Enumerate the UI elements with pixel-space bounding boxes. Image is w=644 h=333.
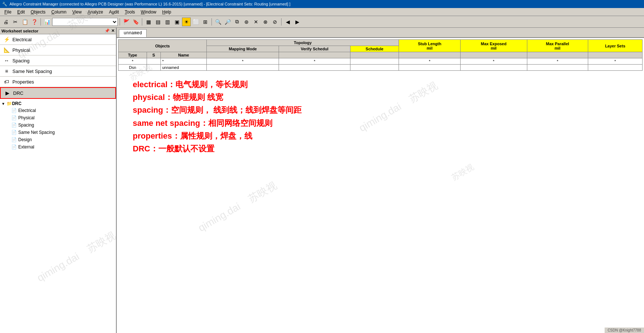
toolbar-grid1[interactable]: ▦ [144,18,153,26]
tree-child-physical[interactable]: 📄 Physical [0,114,116,121]
row-dsn-mm4 [399,65,461,71]
menu-help[interactable]: Help [159,9,174,15]
annotation: electrical：电气规则，等长规则 physical：物理规则 线宽 sp… [118,71,643,162]
footer-text: CSDN @Knight7788 [608,328,641,332]
title-icon: 🔧 [2,2,7,7]
col-mm7 [588,52,642,58]
menu-objects[interactable]: Objects [28,9,49,15]
tab-bar: unnamed [117,28,644,38]
right-panel: unnamed Objects Topology Stub Lengthmil … [117,28,644,333]
toolbar-square1[interactable]: ⬜ [191,18,200,26]
menu-column[interactable]: Column [49,9,69,15]
col-stub-length: Stub Lengthmil [399,40,461,52]
ws-label-properties: Properties [12,79,34,85]
toolbar-flag2[interactable]: 🔖 [131,18,140,26]
electrical-icon: ⚡ [3,36,10,43]
tree-child-electrical[interactable]: 📄 Electrical [0,107,116,114]
menu-edit[interactable]: Edit [14,9,28,15]
col-mm2 [279,52,350,58]
tree-folder-icon: 📁 [7,101,12,106]
toolbar-flag1[interactable]: 🚩 [122,18,131,26]
same-net-icon: ≡ [3,67,10,75]
toolbar-square2[interactable]: ⊞ [201,18,210,26]
ws-label-same-net-spacing: Same Net Spacing [12,69,52,74]
tree-child-physical-icon: 📄 [11,115,17,121]
tree-child-external-icon: 📄 [11,144,17,150]
col-mm1 [207,52,279,58]
row-dsn-type: Dsn [119,65,147,71]
tab-label: unnamed [124,31,142,36]
toolbar-sun[interactable]: ☀ [182,18,191,26]
menu-view[interactable]: View [69,9,85,15]
row-star-mm4: * [399,58,461,65]
menu-file[interactable]: File [1,9,14,15]
toolbar-filter3[interactable]: ⧉ [233,18,241,26]
anno-line-4: properties：属性规则，焊盘，线 [133,129,628,142]
ws-pin-icon[interactable]: 📌 [105,28,110,33]
col-mm5 [460,52,527,58]
ws-item-physical[interactable]: 📐 Physical [0,45,116,55]
toolbar-filter4[interactable]: ⊛ [242,18,251,26]
ws-close-icon[interactable]: ✕ [111,28,115,33]
ws-item-same-net-spacing[interactable]: ≡ Same Net Spacing [0,66,116,77]
tree-child-design-label: Design [18,137,32,142]
toolbar-back[interactable]: ◀ [283,18,292,26]
toolbar-combo[interactable] [52,18,118,26]
col-type-header: Type [119,52,147,58]
toolbar-filter2[interactable]: 🔎 [223,18,232,26]
toolbar: 🖨 ✂ 📋 ❓ 📊 🚩 🔖 ▦ ▤ ▥ ▣ ☀ ⬜ ⊞ 🔍 🔎 ⧉ ⊛ ✕ ⊗ … [0,16,644,28]
col-mm3 [350,52,399,58]
toolbar-grid2[interactable]: ▤ [154,18,162,26]
ws-item-properties[interactable]: 🏷 Properties [0,77,116,87]
toolbar-nav[interactable]: 📊 [43,18,51,26]
row-star-type: * [119,58,147,65]
toolbar-grid4[interactable]: ▣ [172,18,181,26]
toolbar-forward[interactable]: ▶ [293,18,302,26]
tree-child-same-net-icon: 📄 [11,129,17,135]
toolbar-filter6[interactable]: ⊗ [261,18,270,26]
toolbar-cut[interactable]: ✂ [11,18,20,26]
ws-item-spacing[interactable]: ↔ Spacing [0,55,116,66]
row-star-mm1: * [207,58,279,65]
row-star-mm3 [350,58,399,65]
expand-icon: ▼ [1,102,5,106]
row-dsn-mm3 [350,65,399,71]
ws-label-drc: DRC [13,90,23,96]
toolbar-filter7[interactable]: ⊘ [271,18,279,26]
tab-unnamed[interactable]: unnamed [119,29,147,37]
row-dsn-mm2 [279,65,350,71]
table-area[interactable]: Objects Topology Stub Lengthmil Max Expo… [117,38,644,333]
menu-audit[interactable]: Audit [106,9,122,15]
tree-child-physical-label: Physical [18,115,35,120]
menu-window[interactable]: Window [138,9,159,15]
menu-tools[interactable]: Tools [122,9,138,15]
row-star-mm6: * [527,58,588,65]
col-max-exposed: Max Exposedmil [460,40,527,52]
col-mm4 [399,52,461,58]
toolbar-grid3[interactable]: ▥ [163,18,172,26]
tree-section: ▼ 📁 DRC 📄 Electrical 📄 Physical 📄 Spacin… [0,99,116,333]
row-dsn-mm5 [460,65,527,71]
tree-child-external[interactable]: 📄 External [0,143,116,151]
separator-3 [142,18,142,26]
tree-child-same-net-spacing[interactable]: 📄 Same Net Spacing [0,129,116,136]
col-verify-schedul: Verify Schedul [279,46,350,52]
separator-4 [212,18,212,26]
tree-child-spacing[interactable]: 📄 Spacing [0,121,116,129]
menu-bar: File Edit Objects Column View Analyze Au… [0,8,644,16]
anno-line-1: physical：物理规则 线宽 [133,91,628,104]
col-s-header: S [147,52,161,58]
row-dsn-s [147,65,161,71]
tree-child-design[interactable]: 📄 Design [0,136,116,143]
toolbar-filter1[interactable]: 🔍 [214,18,222,26]
tree-root-drc[interactable]: ▼ 📁 DRC [0,100,116,107]
menu-analyze[interactable]: Analyze [85,9,106,15]
ws-item-electrical[interactable]: ⚡ Electrical [0,34,116,45]
toolbar-print[interactable]: 🖨 [1,18,10,26]
toolbar-filter5[interactable]: ✕ [252,18,260,26]
toolbar-copy[interactable]: 📋 [20,18,29,26]
toolbar-help[interactable]: ❓ [30,18,39,26]
ws-item-drc[interactable]: ▶ DRC [0,87,116,99]
col-objects: Objects [119,40,207,52]
row-star-name: * [160,58,206,65]
